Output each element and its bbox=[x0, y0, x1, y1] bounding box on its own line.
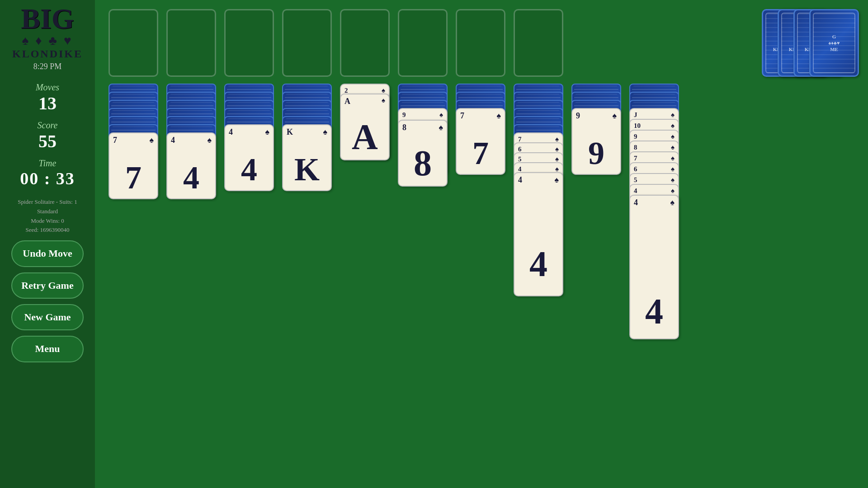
foundation-slot-2[interactable] bbox=[166, 9, 216, 77]
tableau-col-6[interactable]: 9 ♠ 8 ♠ 8 bbox=[398, 84, 448, 246]
clock-display: 8:29 PM bbox=[12, 62, 83, 71]
undo-move-button[interactable]: Undo Move bbox=[11, 240, 84, 267]
game-info-line2: Standard bbox=[18, 207, 77, 216]
tableau-col-8[interactable]: 7 ♠ 6 ♠ 5 ♠ 4 ♠ 4 ♠ bbox=[514, 84, 563, 310]
foundation-slot-6[interactable] bbox=[398, 9, 448, 77]
foundation-slot-1[interactable] bbox=[108, 9, 158, 77]
game-info-line3: Mode Wins: 0 bbox=[18, 216, 77, 226]
menu-button[interactable]: Menu bbox=[11, 336, 84, 362]
foundation-row bbox=[108, 9, 563, 77]
tableau-col-9[interactable]: 9 ♠ 9 bbox=[571, 84, 621, 210]
logo-klondike: KLONDIKE bbox=[12, 48, 83, 60]
tableau-col-3[interactable]: 4 ♠ 4 bbox=[224, 84, 274, 233]
new-game-button[interactable]: New Game bbox=[11, 304, 84, 330]
tableau-area: 7 ♠ 7 4 ♠ 4 bbox=[108, 84, 679, 355]
moves-label: Moves bbox=[36, 82, 59, 93]
foundation-slot-5[interactable] bbox=[340, 9, 390, 77]
time-value: 00 : 33 bbox=[20, 169, 75, 188]
moves-stat: Moves 13 bbox=[36, 82, 59, 114]
stock-pile[interactable]: BIG♠♦♣♥KLONDIKE BIG♠♦♣♥KLONDIKE BIGGKLON… bbox=[762, 9, 859, 77]
tableau-col-4[interactable]: K ♠ K bbox=[282, 84, 332, 233]
tableau-col-7[interactable]: 7 ♠ 7 bbox=[456, 84, 505, 210]
sidebar: BIG ♠ ♦ ♣ ♥ KLONDIKE 8:29 PM Moves 13 Sc… bbox=[0, 0, 95, 488]
foundation-slot-3[interactable] bbox=[224, 9, 274, 77]
foundation-slot-8[interactable] bbox=[514, 9, 563, 77]
game-info-line1: Spider Solitaire - Suits: 1 bbox=[18, 197, 77, 207]
foundation-slot-4[interactable] bbox=[282, 9, 332, 77]
tableau-col-5[interactable]: 2 ♠ A ♠ A bbox=[340, 84, 390, 174]
tableau-col-1[interactable]: 7 ♠ 7 bbox=[108, 84, 158, 233]
game-info-line4: Seed: 1696390040 bbox=[18, 225, 77, 235]
logo-area: BIG ♠ ♦ ♣ ♥ KLONDIKE 8:29 PM bbox=[12, 5, 83, 71]
stock-card-4[interactable]: G♠♦♣♥ME bbox=[809, 9, 859, 77]
logo-big: BIG bbox=[12, 5, 83, 33]
tableau-col-2[interactable]: 4 ♠ 4 bbox=[166, 84, 216, 233]
time-label: Time bbox=[20, 158, 75, 169]
time-stat: Time 00 : 33 bbox=[20, 158, 75, 188]
score-value: 55 bbox=[38, 131, 58, 152]
game-area: BIG♠♦♣♥KLONDIKE BIG♠♦♣♥KLONDIKE BIGGKLON… bbox=[95, 0, 868, 488]
score-label: Score bbox=[38, 120, 58, 131]
retry-game-button[interactable]: Retry Game bbox=[11, 272, 84, 299]
logo-suits: ♠ ♦ ♣ ♥ bbox=[12, 33, 83, 48]
tableau-col-10[interactable]: J ♠ 10 ♠ 9 ♠ 8 ♠ 7 ♠ bbox=[629, 84, 679, 355]
game-info: Spider Solitaire - Suits: 1 Standard Mod… bbox=[18, 197, 77, 235]
foundation-slot-7[interactable] bbox=[456, 9, 505, 77]
score-stat: Score 55 bbox=[38, 120, 58, 152]
moves-value: 13 bbox=[36, 93, 59, 114]
